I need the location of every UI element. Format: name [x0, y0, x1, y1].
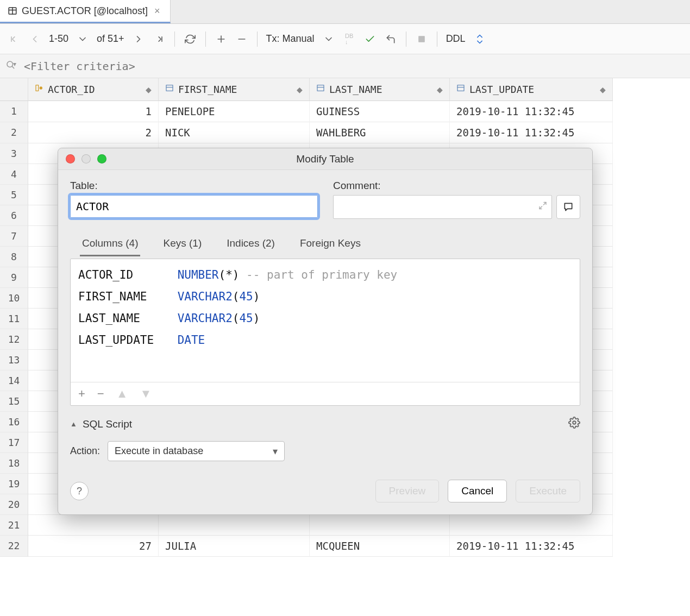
- cancel-button[interactable]: Cancel: [448, 480, 507, 502]
- cell-actor-id[interactable]: 2: [28, 122, 159, 143]
- row-number[interactable]: 13: [0, 350, 28, 370]
- tx-mode[interactable]: Tx: Manual: [264, 33, 317, 45]
- cell-last-update[interactable]: 2019-10-11 11:32:45: [450, 536, 613, 557]
- tab-columns[interactable]: Columns (4): [80, 234, 140, 256]
- row-number[interactable]: 12: [0, 329, 28, 350]
- comment-button[interactable]: [556, 195, 580, 219]
- modify-table-dialog: Modify Table Table: Comment: Columns (4)…: [58, 148, 593, 515]
- svg-point-9: [7, 61, 13, 67]
- cell-last-name[interactable]: [310, 515, 450, 536]
- cell-last-update[interactable]: 2019-10-11 11:32:45: [450, 101, 613, 122]
- row-number[interactable]: 17: [0, 432, 28, 453]
- rollback-button[interactable]: [382, 30, 399, 48]
- last-page-button[interactable]: [150, 30, 168, 48]
- row-number[interactable]: 3: [0, 143, 28, 164]
- cell-last-name[interactable]: WAHLBERG: [310, 122, 450, 143]
- filter-row: ▾: [0, 54, 690, 78]
- cell-first-name[interactable]: JULIA: [159, 536, 310, 557]
- settings-icon[interactable]: [471, 30, 488, 48]
- svg-rect-17: [457, 85, 464, 91]
- stop-button[interactable]: [413, 30, 430, 48]
- column-definition[interactable]: LAST_NAME VARCHAR2(45): [78, 308, 572, 330]
- row-number[interactable]: 21: [0, 515, 28, 536]
- remove-row-button[interactable]: [233, 30, 250, 48]
- column-definition[interactable]: ACTOR_ID NUMBER(*) -- part of primary ke…: [78, 265, 572, 286]
- gear-icon[interactable]: [568, 417, 580, 431]
- cell-last-name[interactable]: MCQUEEN: [310, 536, 450, 557]
- add-row-button[interactable]: [212, 30, 230, 48]
- column-list[interactable]: ACTOR_ID NUMBER(*) -- part of primary ke…: [71, 259, 580, 382]
- minimize-window-button[interactable]: [81, 154, 91, 164]
- chevron-down-icon[interactable]: [74, 30, 91, 48]
- move-down-button[interactable]: ▼: [140, 387, 152, 401]
- cell-first-name[interactable]: PENELOPE: [159, 101, 310, 122]
- row-number[interactable]: 10: [0, 288, 28, 309]
- row-number[interactable]: 11: [0, 309, 28, 329]
- page-range[interactable]: 1-50: [47, 33, 71, 45]
- row-number[interactable]: 16: [0, 412, 28, 432]
- column-definition[interactable]: FIRST_NAME VARCHAR2(45): [78, 286, 572, 308]
- close-icon[interactable]: ×: [152, 5, 162, 17]
- remove-column-button[interactable]: −: [97, 387, 104, 401]
- cell-actor-id[interactable]: [28, 515, 159, 536]
- row-number[interactable]: 22: [0, 536, 28, 557]
- row-number[interactable]: 18: [0, 453, 28, 474]
- column-definition[interactable]: LAST_UPDATE DATE: [78, 330, 572, 351]
- cell-actor-id[interactable]: 1: [28, 101, 159, 122]
- column-header-last-name[interactable]: LAST_NAME◆: [310, 78, 450, 101]
- cell-actor-id[interactable]: 27: [28, 536, 159, 557]
- row-number[interactable]: 2: [0, 122, 28, 143]
- svg-rect-13: [166, 85, 173, 91]
- row-number[interactable]: 4: [0, 164, 28, 185]
- preview-button[interactable]: Preview: [375, 480, 440, 502]
- cell-last-name[interactable]: GUINESS: [310, 101, 450, 122]
- row-number[interactable]: 6: [0, 205, 28, 226]
- tab-foreign-keys[interactable]: Foreign Keys: [298, 234, 363, 256]
- comment-label: Comment:: [333, 180, 580, 192]
- cell-first-name[interactable]: [159, 515, 310, 536]
- tab-keys[interactable]: Keys (1): [161, 234, 204, 256]
- commit-button[interactable]: [361, 30, 379, 48]
- filter-input[interactable]: [24, 60, 685, 73]
- cell-last-update[interactable]: 2019-10-11 11:32:45: [450, 122, 613, 143]
- next-page-button[interactable]: [130, 30, 147, 48]
- db-submit-icon[interactable]: DB↓: [341, 30, 358, 48]
- comment-input[interactable]: [333, 195, 552, 219]
- row-number[interactable]: 15: [0, 391, 28, 412]
- collapse-icon[interactable]: ▲: [70, 420, 77, 428]
- refresh-button[interactable]: [181, 30, 199, 48]
- column-icon: [165, 84, 174, 95]
- row-number[interactable]: 14: [0, 370, 28, 391]
- row-number[interactable]: 19: [0, 474, 28, 494]
- row-number[interactable]: 7: [0, 226, 28, 247]
- cell-last-update[interactable]: [450, 515, 613, 536]
- close-window-button[interactable]: [66, 154, 75, 164]
- search-icon[interactable]: ▾: [5, 60, 18, 72]
- add-column-button[interactable]: +: [78, 387, 85, 401]
- row-number[interactable]: 8: [0, 247, 28, 267]
- row-number[interactable]: 9: [0, 267, 28, 288]
- zoom-window-button[interactable]: [97, 154, 106, 164]
- table-name-input[interactable]: [70, 195, 318, 218]
- chevron-down-icon[interactable]: [320, 30, 337, 48]
- execute-button[interactable]: Execute: [516, 480, 580, 502]
- row-number[interactable]: 20: [0, 494, 28, 515]
- help-button[interactable]: ?: [70, 482, 89, 500]
- window-controls: [66, 154, 106, 164]
- action-select[interactable]: Execute in database: [108, 441, 285, 461]
- row-number[interactable]: 5: [0, 185, 28, 205]
- prev-page-button[interactable]: [26, 30, 43, 48]
- svg-point-21: [573, 421, 576, 424]
- dialog-titlebar[interactable]: Modify Table: [58, 148, 592, 170]
- ddl-button[interactable]: DDL: [444, 33, 468, 45]
- expand-icon[interactable]: [538, 202, 547, 213]
- move-up-button[interactable]: ▲: [116, 387, 128, 401]
- column-header-first-name[interactable]: FIRST_NAME◆: [159, 78, 310, 101]
- column-header-last-update[interactable]: LAST_UPDATE◆: [450, 78, 613, 101]
- cell-first-name[interactable]: NICK: [159, 122, 310, 143]
- first-page-button[interactable]: [5, 30, 23, 48]
- column-header-actor-id[interactable]: ACTOR_ID◆: [28, 78, 159, 101]
- editor-tab[interactable]: GUEST.ACTOR [@localhost] ×: [0, 0, 171, 23]
- row-number[interactable]: 1: [0, 101, 28, 122]
- tab-indices[interactable]: Indices (2): [224, 234, 277, 256]
